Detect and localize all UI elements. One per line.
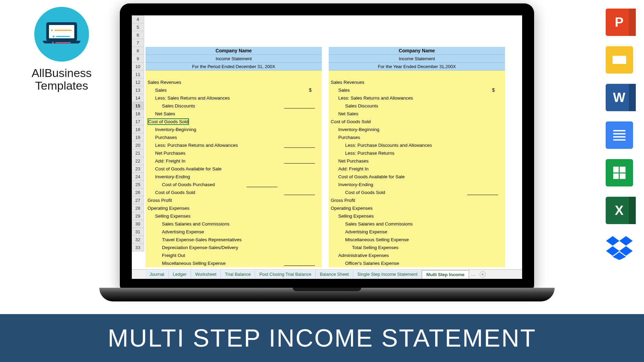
add-sheet-button[interactable]: + bbox=[480, 271, 486, 277]
statement-line[interactable]: Sales Discounts bbox=[329, 102, 505, 110]
statement-line[interactable]: Selling Expenses bbox=[146, 212, 322, 220]
row-header[interactable]: 32 bbox=[132, 236, 144, 244]
row-header[interactable]: 8 bbox=[132, 47, 144, 55]
income-statement-period: Company Name Income Statement For the Pe… bbox=[146, 47, 322, 267]
statement-line[interactable]: Less: Purchase Returns bbox=[329, 149, 505, 157]
row-header[interactable]: 9 bbox=[132, 55, 144, 63]
statement-line[interactable]: Add: Freight In bbox=[146, 157, 322, 165]
statement-line[interactable]: Miscellaneous Selling Expense bbox=[329, 236, 505, 244]
statement-line[interactable]: Sales Revenues bbox=[329, 78, 505, 86]
statement-line[interactable]: Inventory-Beginning bbox=[329, 126, 505, 133]
statement-line[interactable]: Net Sales bbox=[329, 110, 505, 118]
sheet-tab[interactable]: Single Step Income Statement bbox=[353, 270, 422, 279]
sheet-tab[interactable]: Multi Step Income bbox=[422, 270, 469, 279]
statement-line[interactable]: Less: Sales Returns and Allowances bbox=[146, 94, 322, 102]
statement-line[interactable]: Cost of Goods Sold bbox=[146, 189, 322, 196]
row-header[interactable]: 24 bbox=[132, 173, 144, 181]
row-header[interactable]: 21 bbox=[132, 149, 144, 157]
right-header-title: Income Statement bbox=[329, 55, 505, 63]
statement-line[interactable]: Travel Expense-Sales Representatives bbox=[146, 236, 322, 244]
row-header[interactable]: 19 bbox=[132, 133, 144, 141]
statement-line[interactable]: Cost of Goods Purchased bbox=[146, 181, 322, 189]
statement-line[interactable]: Net Purchases bbox=[329, 157, 505, 165]
statement-line[interactable]: Freight Out bbox=[146, 251, 322, 259]
statement-line[interactable]: Net Purchases bbox=[146, 149, 322, 157]
statement-line[interactable]: Cost of Goods Available for Sale bbox=[146, 165, 322, 173]
svg-marker-1 bbox=[619, 236, 633, 246]
row-header[interactable]: 4 bbox=[132, 15, 144, 23]
statement-line[interactable]: Depreciation Expense-Sales/Delivery bbox=[146, 244, 322, 251]
statement-line[interactable]: Add: Freight In bbox=[329, 165, 505, 173]
row-header[interactable]: 16 bbox=[132, 110, 144, 118]
statement-line[interactable]: Sales Salaries and Commissions bbox=[329, 220, 505, 228]
row-header[interactable]: 25 bbox=[132, 181, 144, 189]
row-header[interactable]: 14 bbox=[132, 94, 144, 102]
row-header[interactable]: 17 bbox=[132, 118, 144, 126]
row-header[interactable]: 31 bbox=[132, 228, 144, 236]
row-header[interactable]: 33 bbox=[132, 244, 144, 251]
brand-line2: Templates bbox=[24, 79, 99, 92]
statement-line[interactable]: Cost of Goods Sold bbox=[329, 118, 505, 126]
statement-line[interactable]: Gross Profit bbox=[329, 196, 505, 204]
row-header[interactable]: 18 bbox=[132, 126, 144, 133]
statement-line[interactable]: Inventory-Beginning bbox=[146, 126, 322, 133]
brand-line1: AllBusiness bbox=[24, 67, 99, 79]
sheet-tab[interactable]: Post Closing Trial Balance bbox=[255, 270, 316, 279]
statement-line[interactable]: Administrative Expenses bbox=[329, 251, 505, 259]
row-header[interactable]: 13 bbox=[132, 86, 144, 94]
statement-line[interactable]: Sales Salaries and Commissions bbox=[146, 220, 322, 228]
statement-line[interactable]: Cost of Goods Sold bbox=[146, 118, 322, 126]
statement-line[interactable]: Sales$ bbox=[329, 86, 505, 94]
statement-line[interactable]: Gross Profit bbox=[146, 196, 322, 204]
right-header-company: Company Name bbox=[329, 47, 505, 55]
row-header[interactable]: 27 bbox=[132, 196, 144, 204]
statement-line[interactable]: Inventory-Ending bbox=[146, 173, 322, 181]
logo-circle bbox=[34, 7, 89, 62]
row-header[interactable]: 5 bbox=[132, 23, 144, 31]
row-header[interactable]: 30 bbox=[132, 220, 144, 228]
row-header[interactable]: 15 bbox=[132, 102, 144, 110]
row-header[interactable]: 28 bbox=[132, 204, 144, 212]
statement-line[interactable]: Total Selling Expenses bbox=[329, 244, 505, 251]
row-header[interactable]: 6 bbox=[132, 31, 144, 39]
row-header[interactable]: 10 bbox=[132, 63, 144, 70]
statement-line[interactable]: Less: Purchase Discounts and Allowances bbox=[329, 141, 505, 149]
statement-line[interactable]: Miscellaneous Selling Expense bbox=[146, 259, 322, 267]
row-header[interactable]: 29 bbox=[132, 212, 144, 220]
statement-line[interactable]: Selling Expenses bbox=[329, 212, 505, 220]
statement-line[interactable]: Operating Expenses bbox=[146, 204, 322, 212]
row-header[interactable]: 11 bbox=[132, 70, 144, 78]
statement-line[interactable]: Officer's Salaries Expense bbox=[329, 259, 505, 267]
row-header[interactable]: 7 bbox=[132, 39, 144, 47]
sheet-tab[interactable]: Balance Sheet bbox=[316, 270, 353, 279]
svg-marker-0 bbox=[606, 236, 619, 246]
word-icon bbox=[606, 84, 633, 111]
row-header[interactable]: 22 bbox=[132, 157, 144, 165]
sheet-tab[interactable]: Worksheet bbox=[191, 270, 221, 279]
row-header[interactable]: 26 bbox=[132, 189, 144, 196]
statement-line[interactable]: Advertising Expense bbox=[146, 228, 322, 236]
statement-line[interactable]: Cost of Goods Available for Sale bbox=[329, 173, 505, 181]
statement-line[interactable]: Purchases bbox=[146, 133, 322, 141]
sheet-tab[interactable]: Journal bbox=[146, 270, 169, 279]
statement-line[interactable]: Less: Sales Returns and Allowances bbox=[329, 94, 505, 102]
statement-line[interactable]: Operating Expenses bbox=[329, 204, 505, 212]
sheet-tab[interactable]: Ledger bbox=[169, 270, 191, 279]
row-header[interactable]: 23 bbox=[132, 165, 144, 173]
statement-line[interactable]: Sales$ bbox=[146, 86, 322, 94]
statement-line[interactable]: Sales Discounts bbox=[146, 102, 322, 110]
statement-line[interactable]: Sales Revenues bbox=[146, 78, 322, 86]
statement-line[interactable]: Net Sales bbox=[146, 110, 322, 118]
statement-line[interactable]: Less: Purchase Returns and Allowances bbox=[146, 141, 322, 149]
row-header[interactable]: 20 bbox=[132, 141, 144, 149]
title-banner: MULTI STEP INCOME STATEMENT bbox=[0, 314, 644, 362]
sheet-tab[interactable]: Trial Balance bbox=[221, 270, 255, 279]
statement-line[interactable]: Advertising Expense bbox=[329, 228, 505, 236]
statement-line[interactable]: Cost of Goods Sold bbox=[329, 189, 505, 196]
statement-line[interactable]: Purchases bbox=[329, 133, 505, 141]
left-header-title: Income Statement bbox=[146, 55, 322, 63]
tabs-more[interactable]: … bbox=[469, 272, 478, 277]
statement-line[interactable]: Inventory-Ending bbox=[329, 181, 505, 189]
row-header[interactable]: 12 bbox=[132, 78, 144, 86]
left-header-company: Company Name bbox=[146, 47, 322, 55]
